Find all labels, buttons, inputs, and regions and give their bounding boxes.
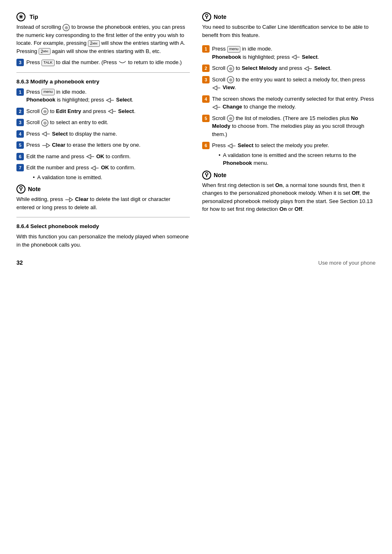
svg-text:⊕: ⊕ bbox=[43, 120, 47, 125]
step-r-6-bullets: A validation tone is emitted and the scr… bbox=[212, 151, 376, 167]
step-r-6: 6 Press Select to select the melody you … bbox=[202, 141, 376, 167]
page-number: 32 bbox=[16, 259, 23, 266]
step-r-3-num: 3 bbox=[202, 76, 210, 83]
page: ✳ Tip Instead of scrolling ⊕ to browse t… bbox=[16, 12, 376, 266]
change-btn-r4 bbox=[212, 104, 221, 111]
svg-rect-29 bbox=[206, 175, 207, 177]
key-2abc: 2abc bbox=[88, 40, 99, 47]
divider-2 bbox=[16, 217, 190, 217]
step-863-5-num: 5 bbox=[16, 141, 24, 149]
section-864-title: 8.6.4 Select phonebook melody bbox=[16, 223, 190, 229]
svg-point-28 bbox=[205, 173, 208, 175]
step-r-6-num: 6 bbox=[202, 142, 210, 149]
note-bottom-label: Note bbox=[214, 172, 226, 178]
step-list-right: 1 Press menu in idle mode. Phonebook is … bbox=[202, 45, 376, 167]
footer-text: Use more of your phone bbox=[318, 260, 376, 266]
view-btn-r3 bbox=[212, 85, 221, 91]
step-863-5-content: Press Clear to erase the letters one by … bbox=[26, 141, 190, 149]
select-btn-2 bbox=[108, 108, 117, 115]
tip-icon: ✳ bbox=[16, 12, 25, 21]
note-1-icon bbox=[16, 185, 25, 194]
select-btn-4 bbox=[42, 131, 51, 137]
note-1-header: Note bbox=[16, 185, 190, 194]
scroll-icon-r3: ⊕ bbox=[227, 76, 234, 83]
step-r-4: 4 The screen shows the melody currently … bbox=[202, 95, 376, 111]
step-r-1-num: 1 bbox=[202, 45, 210, 53]
svg-text:⊕: ⊕ bbox=[65, 25, 68, 30]
step-r-4-num: 4 bbox=[202, 95, 210, 103]
note-bottom-header: Note bbox=[202, 171, 376, 180]
tip-label: Tip bbox=[30, 14, 38, 20]
step-863-4: 4 Press Select to display the name. bbox=[16, 130, 190, 138]
note-box-1: Note While editing, press Clear to delet… bbox=[16, 185, 190, 211]
section-863: 8.6.3 Modify a phonebook entry 1 Press m… bbox=[16, 78, 190, 182]
clear-btn-note bbox=[65, 196, 74, 203]
end-key-icon bbox=[118, 60, 127, 66]
note-bottom-icon bbox=[202, 171, 211, 180]
note-1-text: While editing, press Clear to delete the… bbox=[16, 195, 190, 211]
step-r-3: 3 Scroll ⊕ to the entry you want to sele… bbox=[202, 76, 376, 92]
step-863-6-num: 6 bbox=[16, 153, 24, 160]
ok-btn-6 bbox=[86, 153, 95, 160]
step-863-4-num: 4 bbox=[16, 130, 24, 138]
step-863-1-num: 1 bbox=[16, 88, 24, 96]
note-bottom-text: When first ring detection is set On, a n… bbox=[202, 181, 376, 213]
svg-text:⊕: ⊕ bbox=[229, 66, 233, 71]
select-btn-1 bbox=[106, 97, 115, 104]
note-bottom-box: Note When first ring detection is set On… bbox=[202, 171, 376, 213]
note-symbol-top bbox=[204, 14, 210, 20]
step-863-2: 2 Scroll ⊕ to Edit Entry and press Selec… bbox=[16, 107, 190, 115]
step-863-7-bullets: A validation tone is emitted. bbox=[26, 173, 190, 182]
scroll-icon-tip: ⊕ bbox=[62, 24, 70, 31]
note-symbol-bottom bbox=[204, 172, 210, 178]
step-863-2-content: Scroll ⊕ to Edit Entry and press Select. bbox=[26, 107, 190, 115]
scroll-icon-r2: ⊕ bbox=[227, 65, 234, 72]
svg-point-12 bbox=[20, 187, 22, 189]
step-863-3-num: 3 bbox=[16, 119, 24, 126]
right-column: Note You need to subscribe to Caller Lin… bbox=[202, 12, 376, 253]
step-r-2-num: 2 bbox=[202, 65, 210, 72]
tip-box: ✳ Tip Instead of scrolling ⊕ to browse t… bbox=[16, 12, 190, 67]
step-863-7-content: Edit the number and press OK to confirm.… bbox=[26, 164, 190, 181]
note-top-box: Note You need to subscribe to Caller Lin… bbox=[202, 12, 376, 39]
key-menu-1: menu bbox=[42, 89, 55, 95]
tip-step3: 3 Press TALK to dial the number. (Press … bbox=[16, 58, 190, 67]
scroll-icon-3: ⊕ bbox=[41, 119, 48, 127]
select-btn-r6 bbox=[227, 143, 236, 149]
clear-btn-5 bbox=[42, 142, 51, 149]
step-863-5: 5 Press Clear to erase the letters one b… bbox=[16, 141, 190, 149]
section-863-title: 8.6.3 Modify a phonebook entry bbox=[16, 78, 190, 85]
left-column: ✳ Tip Instead of scrolling ⊕ to browse t… bbox=[16, 12, 190, 253]
step-r-5-content: Scroll ⊕ the list of melodies. (There ar… bbox=[212, 114, 376, 138]
bullet-863-7: A validation tone is emitted. bbox=[33, 173, 190, 182]
divider-1 bbox=[16, 72, 190, 73]
step-863-3-content: Scroll ⊕ to select an entry to edit. bbox=[26, 118, 190, 127]
select-btn-r2 bbox=[304, 65, 313, 72]
step-r-5-num: 5 bbox=[202, 115, 210, 122]
svg-rect-13 bbox=[21, 189, 21, 191]
tip-text: Instead of scrolling ⊕ to browse the pho… bbox=[16, 23, 190, 55]
svg-point-15 bbox=[205, 14, 208, 17]
step-r-2: 2 Scroll ⊕ to Select Melody and press Se… bbox=[202, 64, 376, 72]
step-863-2-num: 2 bbox=[16, 108, 24, 115]
step-r-4-content: The screen shows the melody currently se… bbox=[212, 95, 376, 111]
section-864-intro: With this function you can personalize t… bbox=[16, 233, 190, 249]
scroll-icon-2: ⊕ bbox=[41, 108, 48, 115]
tip-step3-content: Press TALK to dial the number. (Press to… bbox=[26, 58, 190, 67]
step-r-1: 1 Press menu in idle mode. Phonebook is … bbox=[202, 45, 376, 61]
note-top-label: Note bbox=[214, 14, 226, 20]
step-863-7-num: 7 bbox=[16, 164, 24, 171]
svg-text:⊕: ⊕ bbox=[43, 109, 47, 114]
ok-btn-7 bbox=[90, 165, 99, 171]
select-btn-r1 bbox=[291, 54, 300, 60]
note-1-label: Note bbox=[28, 186, 41, 192]
svg-text:⊕: ⊕ bbox=[229, 77, 233, 82]
step-r-1-content: Press menu in idle mode. Phonebook is hi… bbox=[212, 45, 376, 61]
step-863-7: 7 Edit the number and press OK to confir… bbox=[16, 164, 190, 181]
step-r-5: 5 Scroll ⊕ the list of melodies. (There … bbox=[202, 114, 376, 138]
note-top-icon bbox=[202, 12, 211, 21]
scroll-icon-r5: ⊕ bbox=[227, 115, 234, 122]
tip-step3-num: 3 bbox=[16, 59, 24, 66]
step-863-3: 3 Scroll ⊕ to select an entry to edit. bbox=[16, 118, 190, 127]
step-863-6-content: Edit the name and press OK to confirm. bbox=[26, 152, 190, 161]
